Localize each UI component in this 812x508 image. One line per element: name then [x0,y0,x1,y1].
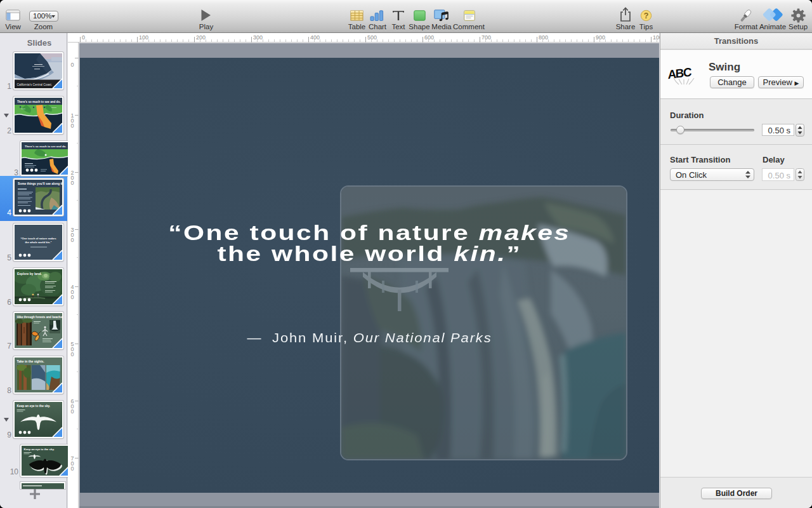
svg-text:Keep an eye to the sky.: Keep an eye to the sky. [17,404,51,408]
svg-text:There’s so much to see and do.: There’s so much to see and do. [17,100,61,104]
svg-text:“One touch of nature makes: “One touch of nature makes [20,237,56,240]
svg-text:ABC: ABC [667,65,691,81]
svg-text:Take in the sights.: Take in the sights. [17,359,45,363]
svg-text:the whole world kin.”: the whole world kin.” [25,241,51,244]
svg-text:California’s Central Coast.: California’s Central Coast. [17,83,53,86]
svg-text:Hike through forests and beach: Hike through forests and beaches [17,316,63,319]
svg-text:Explore by land.: Explore by land. [17,272,42,276]
svg-text:Keep an eye to the sky.: Keep an eye to the sky. [24,448,55,451]
svg-text:Some things you’ll see along t: Some things you’ll see along the way. [18,182,62,185]
svg-text:There’s so much to see and do.: There’s so much to see and do. [25,145,66,148]
svg-text:?: ? [644,11,649,20]
